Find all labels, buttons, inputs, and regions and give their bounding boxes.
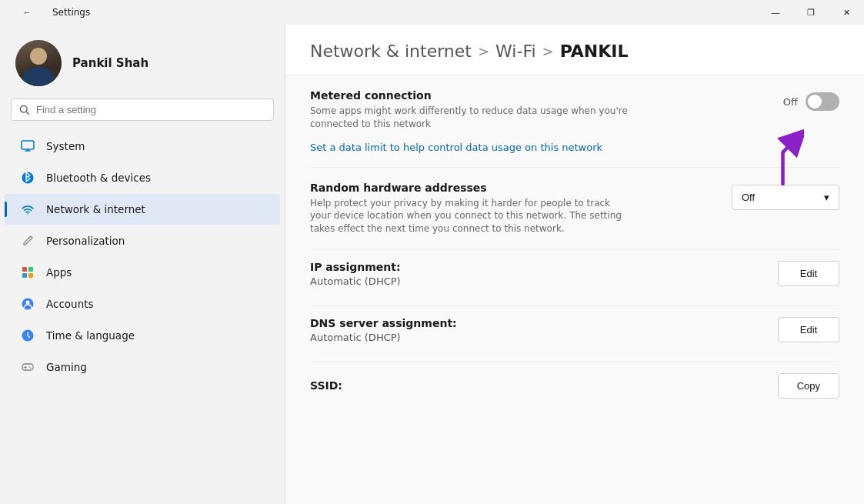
metered-connection-desc: Some apps might work differently to redu… [310,105,633,131]
random-hardware-dropdown[interactable]: Off ▾ [732,185,839,210]
random-hardware-desc: Help protect your privacy by making it h… [310,197,633,235]
svg-line-1 [26,112,28,114]
monitor-icon [20,139,35,154]
ip-assignment-section: IP assignment: Automatic (DHCP) Edit [310,250,839,306]
close-button[interactable]: ✕ [829,0,864,25]
sidebar-item-gaming-label: Gaming [46,361,87,373]
random-hardware-section: Random hardware addresses Help protect y… [310,168,839,250]
svg-rect-7 [22,273,27,278]
sidebar-nav: System Bluetooth & devices [0,130,285,498]
dns-assignment-section: DNS server assignment: Automatic (DHCP) … [310,306,839,362]
content-wrapper: Network & internet > Wi-Fi > PANKIL Mete… [285,25,864,504]
back-button[interactable]: ← [9,0,45,25]
toggle-thumb [808,95,822,108]
titlebar-controls: — ❐ ✕ [758,0,864,25]
breadcrumb-wifi: Wi-Fi [495,42,536,61]
ip-assignment-title: IP assignment: [310,261,401,273]
svg-point-13 [29,366,31,368]
gamepad-icon [20,359,35,375]
avatar-image [15,40,62,86]
random-hardware-dropdown-value: Off [742,192,755,203]
bluetooth-icon [20,170,35,185]
svg-rect-6 [28,267,33,272]
sidebar-item-time[interactable]: Time & language [5,320,280,351]
dns-assignment-value: Automatic (DHCP) [310,332,457,343]
metered-connection-title: Metered connection [310,89,768,102]
breadcrumb: Network & internet > Wi-Fi > PANKIL [285,25,864,75]
sidebar-item-accounts-label: Accounts [46,298,94,310]
metered-toggle-control: Off [783,92,839,111]
search-box[interactable] [11,98,274,121]
search-input[interactable] [36,104,265,115]
ssid-section: SSID: Copy [310,362,839,405]
app-body: Pankil Shah System [0,25,864,504]
breadcrumb-sep-2: > [542,43,554,59]
svg-point-10 [26,301,30,305]
avatar [15,40,62,86]
svg-rect-12 [22,364,33,370]
titlebar-title: Settings [52,7,90,18]
sidebar-item-time-label: Time & language [46,329,135,342]
svg-rect-8 [28,273,33,278]
content-body: Metered connection Some apps might work … [285,75,864,504]
breadcrumb-ssid: PANKIL [560,42,629,61]
metered-connection-info: Metered connection Some apps might work … [310,89,768,153]
dns-assignment-title: DNS server assignment: [310,317,457,329]
wifi-icon [20,202,35,217]
random-hardware-title: Random hardware addresses [310,182,716,194]
chevron-down-icon: ▾ [824,192,829,203]
titlebar-left: ← Settings [9,0,90,25]
clock-icon [20,328,35,343]
minimize-button[interactable]: — [758,0,793,25]
ssid-copy-button[interactable]: Copy [778,373,839,399]
svg-rect-2 [22,141,34,149]
search-icon [19,105,30,115]
breadcrumb-network: Network & internet [310,42,472,61]
svg-point-4 [27,213,28,215]
sidebar-profile: Pankil Shah [0,25,285,98]
sidebar-item-gaming[interactable]: Gaming [5,352,280,382]
sidebar-item-system-label: System [46,140,85,152]
sidebar-item-bluetooth-label: Bluetooth & devices [46,172,151,184]
sidebar-item-personalization[interactable]: Personalization [5,225,280,256]
metered-toggle-label: Off [783,96,798,108]
svg-rect-5 [22,267,27,272]
sidebar-item-apps-label: Apps [46,266,72,279]
sidebar-item-accounts[interactable]: Accounts [5,289,280,319]
ip-edit-button[interactable]: Edit [778,261,839,286]
data-limit-link[interactable]: Set a data limit to help control data us… [310,142,768,153]
maximize-button[interactable]: ❐ [793,0,829,25]
dns-edit-button[interactable]: Edit [778,317,839,342]
ssid-label: SSID: [310,379,342,392]
pen-icon [20,233,35,249]
ip-assignment-value: Automatic (DHCP) [310,275,401,287]
random-hardware-control: Off ▾ [732,185,839,210]
random-hardware-info: Random hardware addresses Help protect y… [310,182,716,235]
sidebar-item-apps[interactable]: Apps [5,257,280,288]
sidebar: Pankil Shah System [0,25,285,504]
sidebar-item-network[interactable]: Network & internet [5,194,280,225]
sidebar-item-bluetooth[interactable]: Bluetooth & devices [5,162,280,193]
metered-connection-section: Metered connection Some apps might work … [310,75,839,168]
sidebar-item-network-label: Network & internet [46,203,145,215]
profile-name: Pankil Shah [72,56,148,70]
titlebar: ← Settings — ❐ ✕ [0,0,864,25]
metered-toggle[interactable] [806,92,839,111]
breadcrumb-sep-1: > [478,43,489,59]
apps-icon [20,265,35,280]
sidebar-item-system[interactable]: System [5,131,280,162]
user-icon [20,296,35,312]
svg-point-14 [30,368,32,369]
sidebar-item-personalization-label: Personalization [46,235,125,247]
content: Network & internet > Wi-Fi > PANKIL Mete… [285,25,864,504]
